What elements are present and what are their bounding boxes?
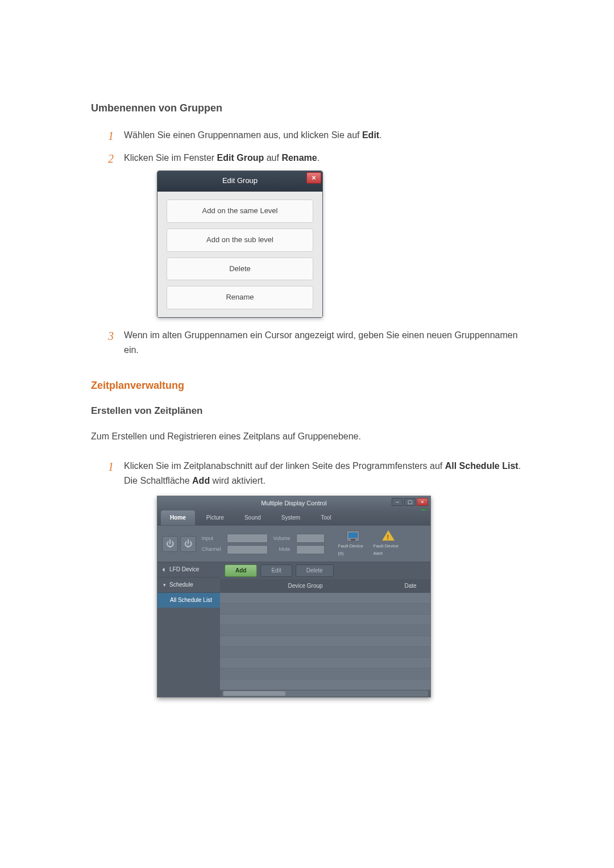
tab-system[interactable]: System xyxy=(272,510,309,525)
tab-picture[interactable]: Picture xyxy=(197,510,233,525)
rename-groups-heading: Umbenennen von Gruppen xyxy=(91,102,523,114)
schedule-table-body xyxy=(220,593,430,690)
edit-button[interactable]: Edit xyxy=(260,564,292,577)
sidebar-item-lfd[interactable]: LFD Device xyxy=(157,562,220,578)
fault-alert-label: Fault Device Alert xyxy=(374,543,403,558)
mute-toggle[interactable] xyxy=(296,545,325,554)
step-number: 1 xyxy=(108,458,114,476)
alert-icon xyxy=(382,530,395,542)
maximize-button[interactable]: ▢ xyxy=(404,498,416,506)
step-text-tail: wird aktiviert. xyxy=(210,476,265,485)
power-icon: ⏻ xyxy=(184,537,192,550)
step-bold-add: Add xyxy=(192,476,210,485)
step-bold-rename: Rename xyxy=(281,153,317,163)
schedule-management-heading: Zeitplanverwaltung xyxy=(91,380,523,392)
schedule-step-1: 1 Klicken Sie im Zeitplanabschnitt auf d… xyxy=(108,459,523,697)
col-device-group: Device Group xyxy=(220,582,391,591)
step-text-tail: . xyxy=(317,153,320,163)
add-same-level-button[interactable]: Add on the same Level xyxy=(167,200,313,223)
tab-sound[interactable]: Sound xyxy=(235,510,270,525)
step-text-tail: . xyxy=(379,130,381,140)
volume-label: Volume xyxy=(273,534,291,542)
step-text: Wenn im alten Gruppennamen ein Cursor an… xyxy=(124,330,518,355)
create-schedules-subheading: Erstellen von Zeitplänen xyxy=(91,405,523,417)
dialog-titlebar: Edit Group × xyxy=(157,171,322,192)
delete-button[interactable]: Delete xyxy=(296,564,334,577)
table-row xyxy=(220,625,430,636)
step-number: 2 xyxy=(108,149,114,168)
minimize-button[interactable]: – xyxy=(392,498,403,506)
step-text: Klicken Sie im Fenster xyxy=(124,153,217,163)
tab-tool[interactable]: Tool xyxy=(312,510,340,525)
close-button[interactable]: × xyxy=(306,172,321,184)
input-label: Input xyxy=(202,534,221,542)
table-row xyxy=(220,636,430,647)
power-on-button[interactable]: ⏻ xyxy=(162,536,178,552)
horizontal-scrollbar[interactable] xyxy=(220,690,430,697)
sidebar-item-schedule[interactable]: Schedule xyxy=(157,578,220,593)
step-number: 1 xyxy=(108,127,114,145)
fault-device-label: Fault Device (0) xyxy=(338,543,368,558)
step-text-mid: auf xyxy=(264,153,281,163)
table-row xyxy=(220,593,430,604)
monitor-icon xyxy=(346,530,360,542)
step-bold-edit: Edit xyxy=(362,130,379,140)
power-off-button[interactable]: ⏻ xyxy=(180,536,196,552)
mdc-title: Multiple Display Control xyxy=(261,500,327,506)
step-3: 3 Wenn im alten Gruppennamen ein Cursor … xyxy=(108,328,523,357)
col-date: Date xyxy=(391,582,430,591)
table-row xyxy=(220,668,430,679)
add-button[interactable]: Add xyxy=(225,564,257,577)
delete-button[interactable]: Delete xyxy=(167,258,313,281)
step-text: Wählen Sie einen Gruppennamen aus, und k… xyxy=(124,130,362,140)
close-button[interactable]: × xyxy=(417,498,428,506)
step-bold-allschedule: All Schedule List xyxy=(445,461,518,471)
add-sub-level-button[interactable]: Add on the sub level xyxy=(167,229,313,252)
rename-button[interactable]: Rename xyxy=(167,286,313,309)
power-icon: ⏻ xyxy=(166,537,174,550)
close-icon: × xyxy=(312,175,316,181)
step-text: Klicken Sie im Zeitplanabschnitt auf der… xyxy=(124,461,445,471)
mdc-titlebar: Multiple Display Control – ▢ × ? xyxy=(157,496,430,510)
edit-group-dialog: Edit Group × Add on the same Level Add o… xyxy=(157,171,323,318)
table-row xyxy=(220,658,430,668)
channel-label: Channel xyxy=(202,545,221,553)
input-select[interactable] xyxy=(227,534,268,543)
volume-input[interactable] xyxy=(296,534,325,543)
schedule-intro-text: Zum Erstellen und Registrieren eines Zei… xyxy=(91,429,523,444)
table-row xyxy=(220,679,430,690)
step-2: 2 Klicken Sie im Fenster Edit Group auf … xyxy=(108,151,523,318)
sidebar-item-all-schedule-list[interactable]: All Schedule List xyxy=(157,593,220,608)
step-number: 3 xyxy=(108,327,114,345)
dialog-title: Edit Group xyxy=(222,176,258,185)
channel-select[interactable] xyxy=(227,545,268,554)
table-row xyxy=(220,614,430,625)
step-1: 1 Wählen Sie einen Gruppennamen aus, und… xyxy=(108,128,523,143)
table-row xyxy=(220,647,430,658)
mdc-window: Multiple Display Control – ▢ × ? Home Pi… xyxy=(157,496,431,697)
table-row xyxy=(220,604,430,614)
mute-label: Mute xyxy=(273,545,291,553)
step-bold-editgroup: Edit Group xyxy=(217,153,264,163)
tab-home[interactable]: Home xyxy=(161,510,195,525)
